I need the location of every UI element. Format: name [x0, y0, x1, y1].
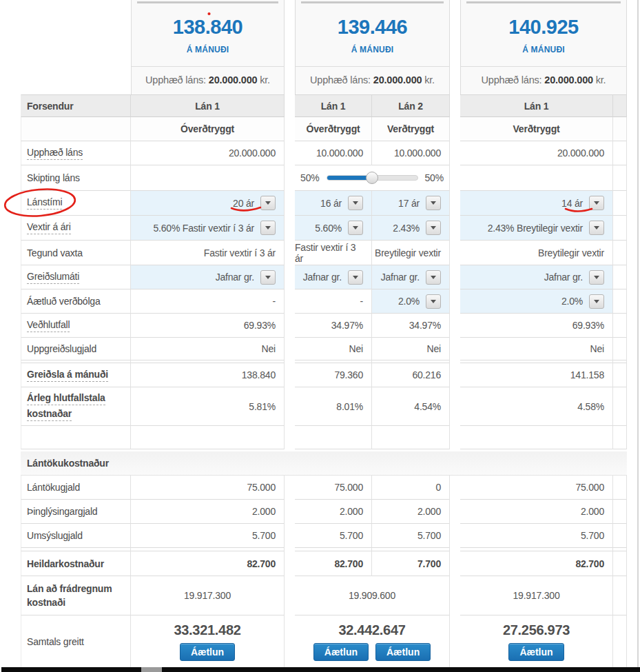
value-cell: 75.000 [460, 476, 613, 500]
card-top-border [301, 1, 444, 3]
dropdown-arrow-icon[interactable] [348, 221, 363, 235]
dropdown-arrow-icon[interactable] [426, 294, 441, 309]
value-cell: 7.700 [372, 551, 450, 576]
value-cell: 60.216 [372, 363, 450, 387]
value-cell: Fastir vextir í 3 ár [295, 241, 372, 265]
value-cell: 5.81% [131, 387, 285, 426]
dropdown-arrow-icon[interactable] [260, 196, 276, 210]
summary-card-1: 138.840 Á MÁNUÐI Upphæð láns: 20.000.000… [131, 0, 285, 94]
slider-track[interactable] [327, 175, 418, 181]
row-label-line2: kostnaði [27, 597, 65, 608]
value-cell: 2.000 [372, 500, 450, 524]
lanstimi-select-c[interactable]: 14 ár [561, 196, 604, 210]
row-samtals-greitt: Samtals greitt 33.321.482 Áætlun 32.442.… [21, 615, 640, 668]
loan-type-b2: Verðtryggt [372, 117, 450, 141]
aaetlun-button-b2[interactable]: Áætlun [375, 643, 431, 661]
window-bottom-bar [1, 667, 640, 672]
dropdown-arrow-icon[interactable] [589, 221, 604, 235]
slider-handle[interactable] [366, 172, 378, 184]
dropdown-arrow-icon[interactable] [260, 221, 276, 235]
value-cell: 69.93% [131, 314, 285, 338]
row-label: Uppgreiðslugjald [27, 343, 96, 354]
greidslumati-select-c[interactable]: Jafnar gr. [544, 270, 604, 285]
loan-amount-value: 20.000.000 [373, 74, 422, 85]
loan-amount-line: Upphæð láns: 20.000.000 kr. [132, 74, 284, 85]
dropdown-arrow-icon[interactable] [589, 270, 604, 285]
summary-cards: 138.840 Á MÁNUÐI Upphæð láns: 20.000.000… [0, 0, 640, 94]
window-right-edge [637, 0, 639, 667]
loan-amount-label: Upphæð láns: [482, 74, 542, 85]
greidslumati-select-b1[interactable]: Jafnar gr. [303, 270, 363, 285]
per-month-label: Á MÁNUÐI [296, 45, 449, 54]
header-loan-a: Lán 1 [131, 94, 285, 117]
row-lanstimi: Lánstími 20 ár 16 ár 17 ár 14 ár [21, 191, 640, 216]
value-cell: Breytilegir vextir [460, 241, 613, 265]
vextir-select-b1[interactable]: 5.60% [315, 221, 363, 235]
dropdown-arrow-icon[interactable] [426, 270, 441, 285]
row-label-line1: Lán að frádregnum [27, 583, 112, 594]
value-cell: 34.97% [295, 314, 372, 338]
value-cell: 2.000 [295, 500, 372, 524]
aaetlun-button-b1[interactable]: Áætlun [313, 643, 369, 661]
row-vextir-a-ari: Vextir á ári 5.60% Fastir vextir í 3 ár … [21, 216, 640, 241]
value-cell: Nei [131, 338, 285, 360]
value-cell: Breytilegir vextir [372, 241, 450, 265]
dropdown-arrow-icon[interactable] [426, 196, 441, 210]
total-paid-a: 33.321.482 [174, 622, 240, 638]
lanstimi-select-a[interactable]: 20 ár [233, 196, 276, 210]
dropdown-arrow-icon[interactable] [260, 270, 276, 285]
dropdown-arrow-icon[interactable] [589, 294, 604, 309]
header-loan-b1: Lán 1 [295, 94, 372, 117]
verdbolga-select-c[interactable]: 2.0% [561, 294, 604, 309]
per-month-label: Á MÁNUÐI [461, 45, 626, 54]
value-cell: 69.93% [460, 314, 613, 338]
horizontal-scrollbar-thumb[interactable] [141, 667, 162, 672]
value-cell: - [295, 289, 372, 314]
row-upphaed-lans: Upphæð láns 20.000.000 10.000.000 10.000… [21, 141, 640, 165]
aaetlun-button-c[interactable]: Áætlun [508, 643, 564, 661]
row-aetlud-verdbolga: Áætluð verðbólga - - 2.0% 2.0% [21, 289, 640, 314]
verdbolga-select-b2[interactable]: 2.0% [398, 294, 441, 309]
row-label: Greiðslumáti [27, 271, 79, 284]
value-cell: Nei [460, 338, 613, 360]
dropdown-arrow-icon[interactable] [589, 196, 604, 210]
value-cell: 20.000.000 [131, 141, 285, 165]
value-cell: 8.01% [295, 387, 372, 426]
value-cell: 5.700 [460, 524, 613, 548]
dropdown-arrow-icon[interactable] [426, 221, 441, 235]
left-percent-label: 50% [300, 172, 319, 183]
lanstimi-select-b1[interactable]: 16 ár [320, 196, 363, 210]
loan-amount-label: Upphæð láns: [310, 74, 371, 85]
value-cell: 79.360 [295, 363, 372, 387]
value-cell: 19.917.300 [131, 576, 285, 615]
loan-amount-label: Upphæð láns: [145, 74, 206, 85]
value-cell: Nei [372, 338, 450, 360]
value-cell: 2.000 [460, 500, 613, 524]
greidslumati-select-a[interactable]: Jafnar gr. [216, 270, 276, 285]
row-lan-ad-fradregnum: Lán að frádregnum kostnaði 19.917.300 19… [21, 576, 640, 615]
loan-amount-line: Upphæð láns: 20.000.000 kr. [296, 74, 449, 85]
loan-amount-line: Upphæð láns: 20.000.000 kr. [461, 74, 626, 85]
dropdown-arrow-icon[interactable] [348, 270, 363, 285]
value-cell: 5.700 [131, 524, 285, 548]
empty-cell [131, 165, 285, 191]
row-thinglysingargjald: Þinglýsingargjald 2.000 2.000 2.000 2.00… [21, 500, 640, 524]
vextir-select-b2[interactable]: 2.43% [393, 221, 441, 235]
row-label: Samtals greitt [27, 636, 84, 647]
row-tegund-vaxta: Tegund vaxta Fastir vextir í 3 ár Fastir… [21, 241, 640, 265]
loan-split-slider[interactable]: 50% 50% [300, 172, 444, 183]
aaetlun-button-a[interactable]: Áætlun [180, 643, 235, 661]
card-divider [132, 66, 284, 67]
value-cell: 10.000.000 [372, 141, 450, 165]
value-cell: 34.97% [372, 314, 450, 338]
row-label: Vextir á ári [27, 221, 71, 234]
dropdown-arrow-icon[interactable] [348, 196, 363, 210]
vextir-select-a[interactable]: 5.60% Fastir vextir í 3 ár [153, 221, 276, 235]
greidslumati-select-b2[interactable]: Jafnar gr. [381, 270, 441, 285]
vextir-select-c[interactable]: 2.43% Breytilegir vextir [488, 221, 604, 235]
lanstimi-select-b2[interactable]: 17 ár [398, 196, 441, 210]
value-cell: 5.700 [295, 524, 372, 548]
value-cell: Nei [295, 338, 372, 360]
row-greidslumati: Greiðslumáti Jafnar gr. Jafnar gr. Jafna… [21, 265, 640, 289]
value-cell: 138.840 [131, 363, 285, 387]
